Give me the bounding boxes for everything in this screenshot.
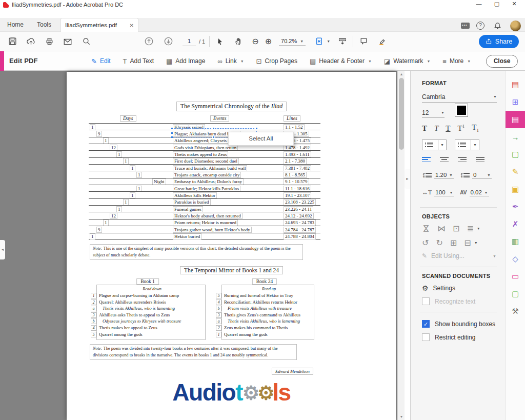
edit-toolbar-button[interactable]: ▦ Add Image [166, 57, 205, 65]
lines-value[interactable]: 2.1 - 7.380 [284, 158, 307, 165]
book1-subtitle[interactable]: Read down [99, 287, 205, 293]
event-text[interactable]: Hektor buried [173, 233, 201, 240]
crop-object-icon[interactable]: ⊡ [453, 224, 459, 233]
row-label[interactable]: 3 [91, 312, 96, 318]
event-text[interactable]: Patroklos is buried [173, 199, 211, 206]
lines-value[interactable]: 1.1 - 1.52 [284, 124, 305, 131]
row-text[interactable]: Zeus makes his command to Thetis [224, 325, 288, 330]
row-text[interactable]: Burning and funeral of Hektor in Troy [224, 293, 293, 298]
font-family-select[interactable]: Cambria ▼ [422, 91, 497, 103]
column-header-days[interactable]: Days [120, 115, 136, 122]
scrollbar-thumb[interactable] [399, 78, 404, 150]
flip-horizontal-icon[interactable]: ⋈ [437, 224, 446, 233]
edit-using-control[interactable]: ✎ Edit Using... ▼ [422, 252, 496, 259]
vertical-scrollbar[interactable]: ▲ ▼ [397, 71, 405, 420]
next-page-button[interactable] [162, 35, 174, 48]
row-text[interactable]: Priam visits Akhilleus with treasure [224, 306, 292, 311]
recognize-text-checkbox[interactable] [422, 297, 430, 305]
days-value[interactable]: 9 [96, 227, 102, 233]
context-menu-item-select-all[interactable]: Select All [249, 135, 273, 142]
notifications-bell-icon[interactable] [491, 19, 503, 32]
days-value[interactable]: 9 [96, 131, 102, 137]
days-value[interactable]: 1 [103, 219, 109, 226]
row-label[interactable]: a [91, 306, 96, 311]
scan-settings-button[interactable]: ⚙ Settings [422, 284, 455, 292]
event-text[interactable]: Thetis makes appeal to Zeus [173, 151, 228, 158]
replace-image-icon[interactable]: ⊞ [450, 238, 457, 248]
days-value[interactable]: 1 [123, 199, 129, 206]
lines-value[interactable]: 24.693 - 24.783 [284, 219, 316, 226]
upload-cloud-button[interactable] [25, 35, 37, 48]
tool-edit-pdf[interactable]: ▤ [506, 111, 525, 128]
arrange-icon[interactable]: ⊟ [464, 238, 471, 248]
tool-export-pdf[interactable]: ▤ [506, 76, 525, 93]
previous-page-button[interactable] [143, 35, 155, 48]
hand-tool-button[interactable] [232, 35, 245, 48]
days-value[interactable]: 1 [136, 186, 142, 192]
close-window-button[interactable]: ✕ [507, 1, 522, 7]
column-header-lines[interactable]: Lines [284, 115, 300, 122]
row-text[interactable]: Thetis visits Akhilleus, who is lamentin… [224, 318, 300, 324]
zoom-out-button[interactable]: ⊖ [252, 36, 258, 46]
email-button[interactable] [62, 35, 74, 48]
tool-sign-pen[interactable]: ✒ [506, 198, 525, 215]
close-tab-icon[interactable]: ✕ [130, 23, 134, 28]
row-label[interactable]: a [216, 318, 221, 324]
scroll-down-arrow[interactable]: ▼ [398, 413, 405, 420]
lines-value[interactable]: 24.12 - 24.692 [284, 213, 314, 219]
chevron-down-icon[interactable]: ▼ [477, 227, 480, 230]
selection-handle[interactable] [255, 127, 258, 130]
bullet-list-select[interactable]: ▼ [422, 139, 447, 150]
select-tool-button[interactable] [214, 35, 226, 48]
event-text[interactable]: Truce and burials; Akhaians build wall [173, 165, 247, 172]
row-text[interactable]: Reconciliation; Akhilleus returns Hektor [224, 299, 297, 305]
column-header-events[interactable]: Events [210, 115, 229, 122]
days-value[interactable]: 1 [103, 137, 109, 144]
tab-document[interactable]: IliadSymmetries.pdf ✕ [60, 18, 138, 32]
row-label[interactable]: 3 [216, 312, 221, 318]
days-value[interactable]: 1 [130, 192, 135, 199]
subscript-button[interactable]: T1 [472, 123, 479, 133]
row-label[interactable]: 4 [91, 325, 96, 331]
lines-value[interactable]: 11.1 - 18.616 [284, 186, 311, 192]
tool-comment[interactable]: ▣ [506, 181, 525, 198]
event-text[interactable]: Priam returns; Hektor is mourned [173, 219, 238, 226]
align-justify-button[interactable] [476, 157, 484, 162]
books-note[interactable]: Note: The poem was divided into twenty-f… [90, 344, 297, 360]
align-objects-icon[interactable]: ≣ [467, 224, 473, 233]
tool-more-tools[interactable]: ⚒ [506, 303, 525, 320]
tool-scan-ocr[interactable]: ▢ [506, 146, 525, 163]
row-text[interactable]: Thetis visits Akhilleus, who is lamentin… [99, 306, 175, 311]
row-text[interactable]: Akhilleus asks Thetis to appeal to Zeus [99, 312, 170, 317]
tool-export-page[interactable]: → [506, 128, 525, 146]
book24-title[interactable]: Book 24 [252, 278, 277, 285]
row-label[interactable]: b [91, 318, 96, 324]
tab-tools[interactable]: Tools [32, 18, 56, 32]
collapse-left-pane-arrow[interactable]: ◄ [0, 240, 5, 259]
row-label[interactable]: 2 [91, 299, 96, 305]
superscript-button[interactable]: T1 [458, 124, 465, 133]
tool-combine-files[interactable]: ⊞ [506, 93, 525, 111]
author-signature[interactable]: Edward Mendelson [272, 368, 313, 375]
lines-value[interactable]: 1.493 - 1.611 [284, 151, 311, 158]
save-button[interactable] [6, 35, 18, 48]
row-label[interactable]: 4 [216, 299, 221, 305]
days-value[interactable]: 1 [90, 124, 95, 131]
rotate-cw-icon[interactable]: ↻ [436, 238, 442, 248]
days-value[interactable]: 1 [123, 158, 129, 165]
horizontal-scale-control[interactable]: ↔T 100▼ [422, 189, 454, 196]
align-right-button[interactable] [458, 157, 467, 162]
share-button[interactable]: Share [479, 35, 519, 48]
help-icon[interactable]: ? [476, 22, 484, 30]
selection-handle[interactable] [212, 136, 215, 138]
tab-home[interactable]: Home [2, 18, 29, 32]
book24-subtitle[interactable]: Read up [224, 287, 314, 293]
days-value[interactable]: 1 [116, 151, 122, 158]
edit-toolbar-button[interactable]: ⊡ Crop Pages [256, 57, 297, 65]
lines-value[interactable]: 9.1 - 10.579 [284, 178, 309, 185]
selection-handle[interactable] [171, 132, 173, 134]
tool-certificates[interactable]: ✗ [506, 215, 525, 233]
underline-button[interactable]: T [446, 124, 450, 133]
event-text[interactable]: Great battle; Hektor kills Patroklos [173, 186, 240, 192]
show-bounding-boxes-checkbox[interactable]: ✓ [422, 320, 430, 328]
